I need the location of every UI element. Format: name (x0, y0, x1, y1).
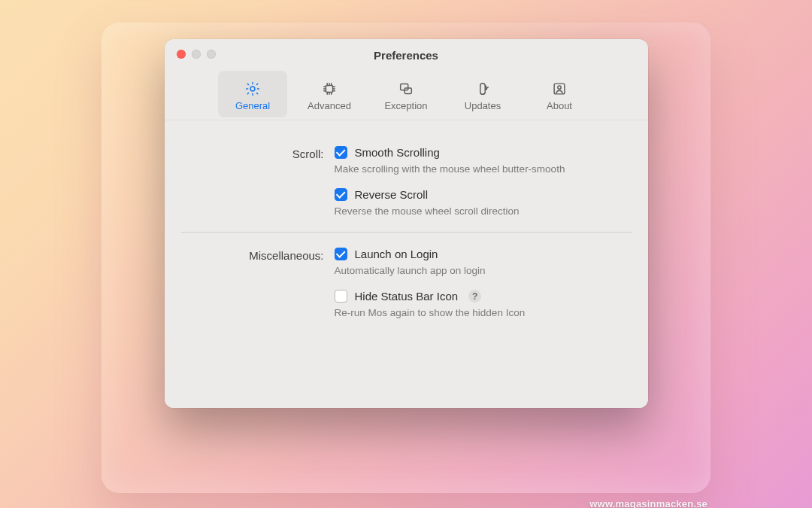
backdrop-panel: Preferences General (102, 23, 710, 493)
tab-label: General (235, 100, 270, 111)
traffic-lights (177, 50, 216, 59)
section-label-scroll: Scroll: (181, 146, 335, 217)
person-icon (551, 81, 568, 97)
close-button[interactable] (177, 50, 186, 59)
svg-rect-1 (326, 85, 332, 92)
chip-icon (321, 81, 338, 97)
tab-label: Updates (465, 100, 501, 111)
svg-point-6 (558, 86, 561, 89)
help-button[interactable]: ? (468, 290, 481, 303)
checkbox-launch-on-login[interactable] (335, 248, 347, 260)
pref-desc: Automatically launch app on login (335, 265, 590, 276)
content-pane: Scroll: Smooth Scrolling Make scrolling … (165, 120, 648, 408)
tab-advanced[interactable]: Advanced (295, 71, 364, 117)
tab-label: About (547, 100, 572, 111)
minimize-button[interactable] (192, 50, 201, 59)
pref-reverse-scroll: Reverse Scroll Reverse the mouse wheel s… (335, 188, 632, 217)
preferences-window: Preferences General (165, 39, 648, 408)
section-body: Smooth Scrolling Make scrolling with the… (335, 146, 632, 217)
pref-title: Hide Status Bar Icon (355, 290, 459, 303)
tab-label: Exception (384, 100, 427, 111)
checkbox-hide-status-bar-icon[interactable] (335, 290, 347, 303)
section-scroll: Scroll: Smooth Scrolling Make scrolling … (181, 138, 632, 232)
svg-point-0 (250, 87, 255, 91)
pref-hide-status-bar-icon: Hide Status Bar Icon ? Re-run Mos again … (335, 290, 632, 318)
pref-smooth-scrolling: Smooth Scrolling Make scrolling with the… (335, 146, 632, 175)
tab-updates[interactable]: Updates (448, 71, 517, 117)
section-miscellaneous: Miscellaneous: Launch on Login Automatic… (181, 232, 632, 333)
tab-about[interactable]: About (525, 71, 594, 117)
window-title: Preferences (165, 49, 648, 62)
windows-icon (398, 81, 414, 97)
tab-exception[interactable]: Exception (371, 71, 441, 117)
section-body: Launch on Login Automatically launch app… (335, 248, 632, 318)
checkbox-reverse-scroll[interactable] (335, 188, 347, 201)
checkbox-smooth-scrolling[interactable] (335, 146, 347, 159)
pref-title: Launch on Login (355, 248, 438, 260)
svg-rect-4 (480, 83, 485, 94)
tab-general[interactable]: General (218, 71, 287, 117)
section-label-misc: Miscellaneous: (181, 248, 335, 318)
pref-title: Reverse Scroll (355, 188, 429, 201)
watermark: www.magasinmacken.se (589, 498, 707, 508)
pref-desc: Re-run Mos again to show the hidden Icon (335, 307, 590, 318)
toolbar: General Advanced Excep (165, 71, 648, 120)
gear-icon (244, 81, 261, 97)
zoom-button[interactable] (207, 50, 216, 59)
pref-desc: Reverse the mouse wheel scroll direction (335, 205, 590, 217)
pref-desc: Make scrolling with the mouse wheel butt… (335, 163, 590, 175)
tab-label: Advanced (308, 100, 351, 111)
pref-title: Smooth Scrolling (355, 146, 440, 159)
update-icon (474, 81, 491, 97)
titlebar: Preferences (165, 39, 648, 71)
pref-launch-on-login: Launch on Login Automatically launch app… (335, 248, 632, 276)
